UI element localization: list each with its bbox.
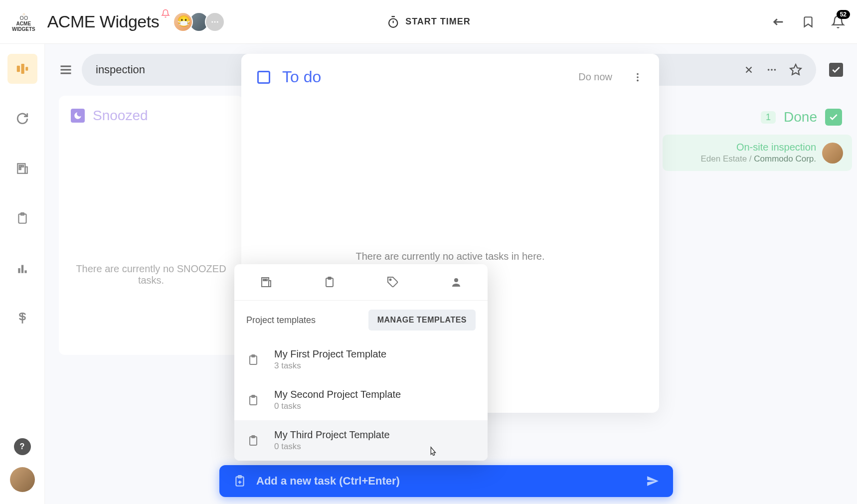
svg-point-21	[637, 73, 639, 75]
clipboard-icon	[246, 353, 260, 367]
svg-rect-11	[19, 168, 20, 169]
snoozed-empty-message: There are currently no SNOOZED tasks.	[71, 263, 231, 286]
template-row-2[interactable]: My Second Project Template 0 tasks	[234, 380, 488, 420]
logo-text-1: ACME	[16, 21, 31, 26]
task-assignee-avatar[interactable]	[822, 143, 843, 164]
clipboard-icon	[246, 434, 260, 448]
svg-rect-16	[24, 270, 26, 273]
popup-tab-clipboard-icon[interactable]	[298, 264, 361, 300]
svg-rect-29	[266, 279, 267, 281]
popup-section-header: Project templates MANAGE TEMPLATES	[234, 301, 488, 339]
done-column-header[interactable]: 1 Done	[663, 109, 852, 126]
start-timer-label: START TIMER	[405, 16, 471, 27]
workspace-title-text: ACME Widgets	[47, 12, 160, 31]
notifications-button[interactable]: 52	[831, 15, 845, 29]
done-task-title: On-site inspection	[672, 142, 816, 153]
check-icon	[825, 109, 842, 126]
svg-point-32	[389, 279, 391, 281]
bookmark-icon[interactable]	[801, 15, 815, 29]
popup-section-title: Project templates	[246, 315, 316, 326]
todo-empty-message: There are currently no active tasks in h…	[355, 251, 544, 262]
more-horizontal-icon[interactable]	[766, 64, 777, 75]
done-task-subtitle: Eden Estate / Commodo Corp.	[672, 154, 816, 164]
todo-column-header[interactable]: To do Do now	[257, 68, 643, 86]
popup-tab-building-icon[interactable]	[234, 264, 298, 300]
add-task-placeholder: Add a new task (Ctrl+Enter)	[256, 475, 636, 488]
help-button[interactable]: ?	[14, 438, 31, 455]
svg-point-0	[211, 21, 213, 22]
svg-point-2	[217, 21, 218, 22]
template-picker-popup: Project templates MANAGE TEMPLATES My Fi…	[234, 264, 488, 461]
snoozed-column-label: Snoozed	[93, 108, 148, 124]
app-logo[interactable]: O O ACME WIDGETS	[12, 12, 35, 32]
svg-point-33	[454, 278, 458, 282]
svg-rect-28	[263, 279, 265, 281]
svg-point-17	[768, 69, 770, 71]
sidebar-building-icon[interactable]	[7, 154, 37, 183]
svg-rect-27	[269, 281, 271, 287]
hamburger-menu-icon[interactable]	[59, 63, 73, 77]
template-sub: 0 tasks	[274, 442, 390, 452]
member-avatars	[177, 12, 225, 32]
popup-tab-tag-icon[interactable]	[361, 264, 424, 300]
sidebar-board-icon[interactable]	[7, 54, 37, 84]
svg-rect-9	[19, 166, 20, 167]
star-icon[interactable]	[789, 63, 802, 76]
snoozed-column-header[interactable]: Snoozed	[71, 108, 231, 124]
app-header: O O ACME WIDGETS ACME Widgets START TIME…	[0, 0, 857, 44]
do-now-button[interactable]: Do now	[578, 71, 612, 83]
moon-icon	[71, 109, 85, 123]
clear-search-icon[interactable]	[743, 64, 754, 75]
sidebar-chart-icon[interactable]	[7, 253, 37, 283]
todo-column-label: To do	[282, 68, 321, 86]
template-name: My Second Project Template	[274, 389, 401, 400]
notification-bell-small-icon	[161, 9, 170, 18]
sidebar-clipboard-icon[interactable]	[7, 203, 37, 233]
template-sub: 0 tasks	[274, 401, 401, 411]
popup-tab-person-icon[interactable]	[424, 264, 488, 300]
column-snoozed: Snoozed There are currently no SNOOZED t…	[59, 96, 243, 355]
svg-point-22	[637, 76, 639, 78]
logo-text-2: WIDGETS	[12, 26, 35, 32]
start-timer-button[interactable]: START TIMER	[386, 15, 471, 28]
column-done: 1 Done On-site inspection Eden Estate / …	[663, 109, 852, 171]
template-row-1[interactable]: My First Project Template 3 tasks	[234, 339, 488, 380]
svg-rect-8	[25, 167, 27, 173]
template-row-3[interactable]: My Third Project Template 0 tasks	[234, 420, 488, 461]
back-arrow-icon[interactable]	[771, 15, 785, 29]
logo-mark: O O	[20, 12, 27, 21]
template-name: My Third Project Template	[274, 429, 390, 441]
sidebar-refresh-icon[interactable]	[7, 104, 37, 134]
todo-checkbox-icon	[257, 71, 270, 84]
more-vertical-icon[interactable]	[632, 72, 643, 83]
sidebar-nav: ?	[0, 44, 45, 504]
clipboard-icon	[246, 393, 260, 407]
svg-point-18	[771, 69, 773, 71]
done-column-label: Done	[784, 109, 817, 125]
add-task-icon	[233, 475, 246, 488]
avatar-more[interactable]	[205, 12, 225, 32]
stopwatch-icon	[386, 15, 399, 28]
svg-rect-10	[21, 166, 23, 167]
svg-rect-6	[25, 67, 28, 71]
svg-rect-14	[18, 268, 20, 273]
workspace-title[interactable]: ACME Widgets	[47, 12, 160, 31]
sidebar-dollar-icon[interactable]	[7, 303, 37, 333]
done-count-badge: 1	[761, 111, 776, 124]
svg-marker-20	[790, 64, 801, 75]
svg-point-19	[774, 69, 776, 71]
avatar-1[interactable]	[173, 12, 193, 32]
checkbox-toggle-button[interactable]	[829, 63, 843, 77]
svg-point-3	[389, 18, 397, 27]
current-user-avatar[interactable]	[10, 467, 35, 492]
svg-rect-5	[21, 64, 24, 74]
manage-templates-button[interactable]: MANAGE TEMPLATES	[368, 310, 476, 331]
template-name: My First Project Template	[274, 348, 386, 360]
notifications-count-badge: 52	[837, 10, 850, 19]
add-task-bar[interactable]: Add a new task (Ctrl+Enter)	[219, 465, 673, 497]
send-icon[interactable]	[646, 475, 659, 488]
popup-tabs	[234, 264, 488, 301]
done-task-card[interactable]: On-site inspection Eden Estate / Commodo…	[663, 135, 852, 171]
svg-point-1	[214, 21, 216, 22]
svg-rect-15	[21, 265, 23, 273]
